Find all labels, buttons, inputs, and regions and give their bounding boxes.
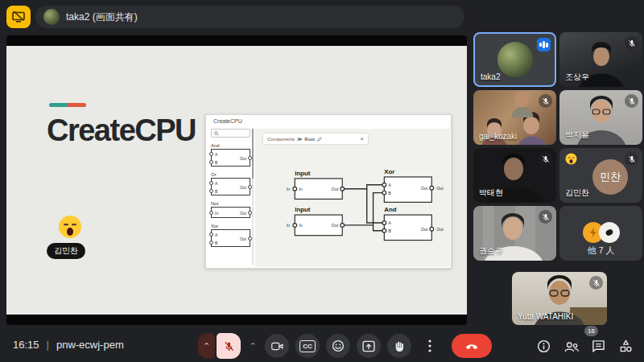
breadcrumb-close-icon[interactable]: × xyxy=(360,135,364,142)
palette-gate-xor[interactable]: Xor A B Out xyxy=(211,224,250,247)
circuit-editor-window: CreateCPU And A B Out xyxy=(205,114,452,269)
avatar xyxy=(497,42,533,77)
breadcrumb-current[interactable]: Root xyxy=(304,137,315,142)
palette-gate-and[interactable]: And A B Out xyxy=(211,143,250,167)
participant-name: Yuta WATAHIKI xyxy=(518,312,573,321)
external-pin-label: Out xyxy=(436,227,444,232)
pin xyxy=(209,241,213,245)
raise-hand-button[interactable] xyxy=(387,334,411,358)
screen-share-view: CreateCPU CreateCPU And A B Out xyxy=(6,35,467,325)
presenter-label: taka2 (画面共有) xyxy=(66,10,138,24)
gate-box: In Out xyxy=(211,207,250,218)
hand-icon xyxy=(394,340,405,352)
gate-label: Xor xyxy=(211,224,250,228)
pin xyxy=(209,160,213,164)
slide-title: CreateCPU xyxy=(47,113,196,148)
activities-button[interactable] xyxy=(617,338,634,355)
participant-tile-kimminchan[interactable]: 민찬 김민찬 xyxy=(559,148,642,203)
participant-name: taka2 xyxy=(481,72,500,81)
participant-name: 조상우 xyxy=(565,72,589,83)
palette-gate-not[interactable]: Not In Out xyxy=(211,201,250,218)
show-people-button[interactable] xyxy=(563,338,580,355)
slide-accent-bar xyxy=(49,103,86,107)
group-avatars xyxy=(583,222,620,243)
mic-off-icon xyxy=(589,276,603,290)
more-options-button[interactable] xyxy=(418,334,442,358)
present-screen-button[interactable] xyxy=(357,334,381,358)
participant-tile[interactable]: gai_kozaki xyxy=(473,90,556,145)
edit-pencil-icon[interactable] xyxy=(317,137,322,142)
participant-tile[interactable]: 권순규 xyxy=(473,206,556,261)
camera-button[interactable] xyxy=(265,334,289,358)
mic-off-icon xyxy=(224,341,234,352)
meeting-panel-buttons xyxy=(535,338,634,355)
avatar xyxy=(599,222,620,243)
pin-label: Out xyxy=(421,186,428,191)
participant-tile[interactable]: 박지용 xyxy=(559,90,642,145)
activities-shapes-icon xyxy=(619,339,633,353)
pin-label: B xyxy=(388,191,391,195)
captions-button[interactable]: CC xyxy=(295,334,320,358)
circuit-diagram[interactable]: Input Input Xor And In In Out In In Out … xyxy=(255,129,450,267)
more-vertical-icon xyxy=(428,339,431,352)
pin-label: In xyxy=(299,187,303,191)
component-title: Input xyxy=(295,170,311,177)
pin-label: A xyxy=(388,183,391,187)
end-call-button[interactable] xyxy=(452,334,492,358)
speaking-indicator-icon xyxy=(537,38,551,51)
surprised-face-emoji xyxy=(58,215,82,239)
palette-scrollbar[interactable] xyxy=(252,129,254,265)
participant-name: 권순규 xyxy=(479,245,503,257)
camera-options-chevron[interactable]: ⌃ xyxy=(247,333,258,359)
participant-tile[interactable]: 조상우 xyxy=(559,32,642,87)
overflow-participants-tile[interactable]: 他 7 人 xyxy=(559,206,642,261)
pin-label: A xyxy=(388,220,391,225)
mic-control-group: ⌃ xyxy=(198,333,241,359)
chat-button[interactable] xyxy=(590,338,607,355)
palette-gate-or[interactable]: Or A B Out xyxy=(211,172,250,195)
reactions-button[interactable] xyxy=(326,334,350,358)
breadcrumb: Components ≫ Root × xyxy=(263,134,368,144)
pin-label: Out xyxy=(332,187,339,191)
meeting-details-button[interactable] xyxy=(535,338,552,355)
pin xyxy=(209,189,213,193)
pin-label: A xyxy=(215,233,217,237)
pin-label: B xyxy=(215,161,217,165)
external-pin-label: Out xyxy=(436,186,444,191)
pin xyxy=(209,232,213,237)
people-icon xyxy=(564,340,580,353)
reaction-user-pill: 김민찬 xyxy=(47,243,85,259)
gate-label: And xyxy=(211,143,250,148)
meeting-code: pnw-ecwj-pem xyxy=(56,339,124,351)
participant-tile[interactable]: Yuta WATAHIKI xyxy=(512,272,607,325)
smiley-icon xyxy=(332,339,345,352)
pin-label: A xyxy=(215,182,217,186)
mic-options-chevron[interactable]: ⌃ xyxy=(198,333,215,359)
pin-label: B xyxy=(215,241,217,245)
divider: | xyxy=(47,339,49,351)
gate-box: A B Out xyxy=(211,229,250,247)
camera-icon xyxy=(271,341,283,352)
pin-label: Out xyxy=(240,186,246,190)
search-icon xyxy=(214,131,219,136)
pin xyxy=(209,152,213,156)
pin-label: Out xyxy=(332,223,339,228)
breadcrumb-section[interactable]: Components xyxy=(267,137,295,142)
stop-presenting-button[interactable] xyxy=(6,6,31,28)
info-icon xyxy=(537,339,551,353)
presenting-user-pill[interactable]: taka2 (画面共有) xyxy=(35,6,464,28)
participant-tile-taka2[interactable]: taka2 xyxy=(473,32,556,87)
participant-tile[interactable]: 박태현 xyxy=(473,148,556,203)
present-icon xyxy=(362,340,375,352)
pin-label: In xyxy=(299,223,303,228)
mic-off-icon xyxy=(539,94,552,108)
mic-off-icon xyxy=(625,36,638,50)
gate-label: Or xyxy=(211,172,250,177)
participant-name: 박지용 xyxy=(565,130,589,141)
clock-time: 16:15 xyxy=(13,339,39,351)
gate-label: Not xyxy=(211,201,250,206)
pin-label: Out xyxy=(421,227,428,232)
mic-mute-button[interactable] xyxy=(217,333,241,359)
pin-label: B xyxy=(215,190,217,194)
palette-search-input[interactable] xyxy=(211,129,250,138)
